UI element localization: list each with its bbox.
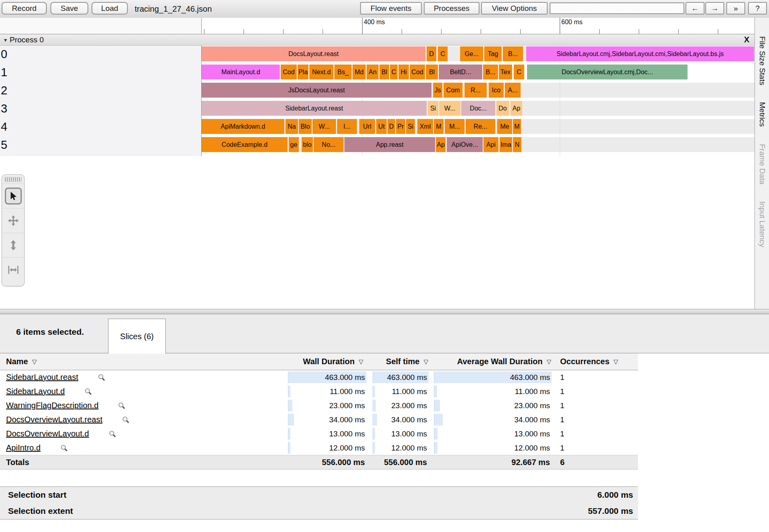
trace-slice[interactable]: Hi	[398, 65, 409, 79]
trace-slice[interactable]: C	[390, 65, 398, 79]
trace-slice[interactable]: Md	[352, 65, 366, 79]
magnifier-icon[interactable]	[84, 388, 92, 396]
flame-chart-track[interactable]: DocsLayout.reastDCGe...TagB...SidebarLay…	[201, 46, 754, 156]
trace-slice[interactable]: BeltD...	[439, 65, 482, 79]
select-tool-button[interactable]	[2, 184, 24, 208]
column-header-wall-duration[interactable]: Wall Duration▽	[238, 353, 363, 370]
search-input[interactable]	[550, 2, 684, 14]
trace-slice[interactable]: M	[434, 119, 444, 134]
trace-slice[interactable]: MainLayout.d	[202, 65, 280, 79]
trace-slice[interactable]: CodeExample.d	[202, 137, 288, 152]
magnifier-icon[interactable]	[98, 373, 106, 382]
trace-slice[interactable]: Tex	[499, 65, 512, 79]
trace-slice[interactable]: App.reast	[344, 137, 435, 152]
trace-slice[interactable]: SidebarLayout.cmj,SidebarLayout.cmi,Side…	[526, 46, 754, 61]
process-close-button[interactable]: X	[744, 34, 749, 45]
trace-slice[interactable]: D	[388, 119, 395, 134]
collapse-triangle-icon[interactable]: ▾	[4, 37, 7, 43]
trace-slice[interactable]: Me	[497, 119, 512, 134]
trace-slice[interactable]: blo	[302, 137, 313, 152]
trace-slice[interactable]: Tag	[484, 46, 502, 61]
sort-triangle-icon[interactable]: ▽	[32, 358, 37, 365]
trace-slice[interactable]: C	[514, 65, 524, 79]
magnifier-icon[interactable]	[108, 430, 117, 438]
trace-slice[interactable]: W...	[439, 101, 461, 116]
trace-slice[interactable]: Bs_	[334, 65, 352, 79]
find-next-button[interactable]: →	[705, 2, 724, 15]
trace-slice[interactable]: A...	[505, 83, 521, 98]
trace-slice[interactable]: Ge...	[460, 46, 483, 61]
trace-slice[interactable]: N	[513, 137, 521, 152]
slice-name-link[interactable]: DocsOverviewLayout.reast	[6, 415, 102, 424]
trace-slice[interactable]: Ico	[489, 83, 504, 98]
trace-slice[interactable]: I...	[337, 119, 357, 134]
trace-slice[interactable]: M...	[445, 119, 465, 134]
trace-slice[interactable]: Cod	[410, 65, 425, 79]
slice-name-link[interactable]: DocsOverviewLayout.d	[6, 429, 89, 438]
column-header-self-time[interactable]: Self time▽	[369, 353, 428, 370]
more-options-button[interactable]: »	[726, 2, 745, 15]
trace-slice[interactable]: Pla	[298, 65, 308, 79]
trace-slice[interactable]: SidebarLayout.reast	[202, 101, 427, 116]
slice-name-link[interactable]: SidebarLayout.reast	[6, 373, 78, 382]
trace-slice[interactable]: Ap	[511, 101, 522, 116]
trace-slice[interactable]: Bl	[426, 65, 438, 79]
trace-slice[interactable]: An	[367, 65, 379, 79]
trace-slice[interactable]: Xml	[417, 119, 433, 134]
trace-slice[interactable]: DocsOverviewLayout.cmj,Doc...	[527, 65, 688, 79]
trace-slice[interactable]: W...	[313, 119, 336, 134]
magnifier-icon[interactable]	[118, 402, 126, 410]
trace-slice[interactable]: Url	[359, 119, 375, 134]
side-tab-file-size-stats[interactable]: File Size Stats	[758, 36, 767, 85]
load-button[interactable]: Load	[92, 2, 128, 15]
view-options-button[interactable]: View Options	[481, 2, 548, 15]
trace-slice[interactable]: Si	[428, 101, 438, 116]
trace-slice[interactable]: DocsLayout.reast	[202, 46, 425, 61]
trace-slice[interactable]: R...	[465, 83, 487, 98]
timing-tool-button[interactable]	[2, 257, 24, 282]
trace-slice[interactable]: M	[513, 119, 521, 134]
trace-slice[interactable]: ApiOve...	[447, 137, 483, 152]
trace-slice[interactable]: ApiMarkdown.d	[202, 119, 284, 134]
trace-slice[interactable]: Cod	[281, 65, 297, 79]
sort-triangle-icon[interactable]: ▽	[613, 358, 618, 365]
sort-triangle-icon[interactable]: ▽	[358, 358, 363, 365]
process-title[interactable]: ▾ Process 0	[4, 34, 44, 45]
vertical-zoom-tool-button[interactable]	[2, 233, 24, 257]
trace-slice[interactable]: Si	[406, 119, 415, 134]
trace-slice[interactable]: Re...	[466, 119, 495, 134]
trace-slice[interactable]: Ut	[376, 119, 387, 134]
trace-slice[interactable]: Js	[433, 83, 442, 98]
trace-slice[interactable]: Api	[483, 137, 498, 152]
trace-slice[interactable]: B...	[483, 65, 498, 79]
trace-slice[interactable]: Ap	[436, 137, 446, 152]
trace-slice[interactable]: Next.d	[309, 65, 333, 79]
process-header[interactable]: ▾ Process 0 X	[0, 34, 769, 46]
column-header-occurrences[interactable]: Occurrences▽	[560, 353, 635, 370]
trace-slice[interactable]: Blo	[299, 119, 312, 134]
trace-slice[interactable]: JsDocsLayout.reast	[202, 83, 431, 98]
magnifier-icon[interactable]	[122, 416, 130, 424]
record-button[interactable]: Record	[2, 2, 47, 15]
trace-slice[interactable]: Doc...	[461, 101, 495, 116]
trace-slice[interactable]: ge	[289, 137, 299, 152]
trace-slice[interactable]: C	[438, 46, 448, 61]
save-button[interactable]: Save	[50, 2, 88, 15]
flow-events-button[interactable]: Flow events	[360, 2, 422, 15]
trace-slice[interactable]: Pr	[396, 119, 405, 134]
trace-slice[interactable]: No...	[314, 137, 344, 152]
sort-triangle-icon[interactable]: ▽	[423, 358, 428, 365]
column-header-name[interactable]: Name▽	[6, 353, 167, 370]
panel-splitter[interactable]	[0, 309, 769, 314]
trace-slice[interactable]: D	[427, 46, 436, 61]
help-button[interactable]: ?	[748, 2, 767, 15]
tab-slices[interactable]: Slices (6)	[108, 319, 166, 354]
side-tab-metrics[interactable]: Metrics	[758, 102, 767, 127]
processes-button[interactable]: Processes	[424, 2, 479, 15]
magnifier-icon[interactable]	[60, 444, 68, 452]
palette-grip-handle[interactable]	[5, 177, 21, 182]
trace-slice[interactable]: Do	[496, 101, 509, 116]
trace-slice[interactable]: Na	[286, 119, 298, 134]
trace-slice[interactable]: Bl	[379, 65, 389, 79]
trace-slice[interactable]: Com	[444, 83, 463, 98]
